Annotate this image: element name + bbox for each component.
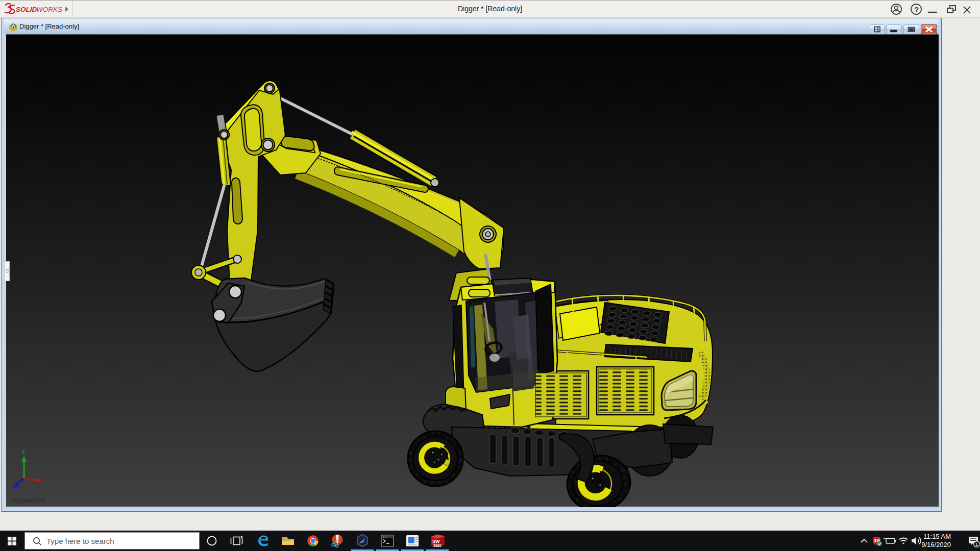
- svg-text:C:\_: C:\_: [383, 536, 388, 538]
- svg-text:SOLID: SOLID: [16, 6, 37, 13]
- svg-text:1: 1: [975, 542, 978, 547]
- svg-text:WORKS: WORKS: [36, 6, 62, 13]
- svg-text:?: ?: [914, 5, 919, 14]
- svg-text:SW: SW: [432, 539, 440, 544]
- svg-text:2020: 2020: [433, 544, 442, 547]
- svg-text:Y: Y: [21, 449, 26, 455]
